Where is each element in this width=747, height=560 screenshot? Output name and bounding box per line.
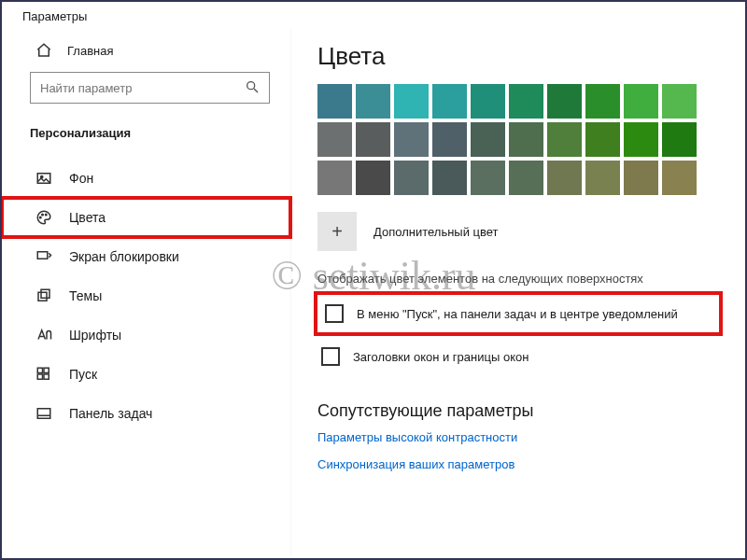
color-swatch[interactable] <box>624 84 658 119</box>
color-swatch[interactable] <box>471 122 505 157</box>
color-swatch[interactable] <box>317 161 352 195</box>
color-swatch[interactable] <box>547 122 582 157</box>
sidebar-item-label: Темы <box>69 288 102 303</box>
checkbox-icon[interactable] <box>325 304 344 323</box>
color-swatch[interactable] <box>317 122 352 157</box>
start-icon <box>35 366 52 383</box>
svg-rect-11 <box>44 368 49 372</box>
link-high-contrast[interactable]: Параметры высокой контрастности <box>317 430 719 444</box>
sidebar-item-label: Пуск <box>69 367 97 382</box>
color-swatch[interactable] <box>394 122 429 157</box>
themes-icon <box>35 287 52 304</box>
color-swatch[interactable] <box>509 84 543 119</box>
color-swatch[interactable] <box>662 84 697 119</box>
lockscreen-icon <box>35 248 52 265</box>
color-swatches <box>317 84 719 195</box>
sidebar-item-label: Цвета <box>69 210 106 225</box>
svg-rect-9 <box>41 289 49 298</box>
svg-point-4 <box>40 217 42 218</box>
color-swatch[interactable] <box>585 84 620 119</box>
color-swatch[interactable] <box>662 122 697 157</box>
color-swatch[interactable] <box>624 161 658 195</box>
color-swatch[interactable] <box>585 161 620 195</box>
checkbox-icon[interactable] <box>321 347 340 366</box>
sidebar-home-label: Главная <box>67 44 113 58</box>
checkbox-start-taskbar[interactable]: В меню "Пуск", на панели задач и в центр… <box>317 295 719 332</box>
svg-rect-8 <box>38 292 47 301</box>
color-swatch[interactable] <box>394 84 429 119</box>
color-swatch[interactable] <box>509 122 543 157</box>
svg-line-1 <box>254 89 258 92</box>
color-swatch[interactable] <box>356 122 390 157</box>
color-swatch[interactable] <box>624 122 658 157</box>
svg-rect-12 <box>37 374 42 379</box>
color-swatch[interactable] <box>471 161 505 195</box>
palette-icon <box>35 209 52 226</box>
sidebar-item-label: Панель задач <box>69 406 152 421</box>
sidebar-item-lockscreen[interactable]: Экран блокировки <box>2 237 290 276</box>
svg-rect-10 <box>37 368 42 372</box>
surfaces-heading: Отображать цвет элементов на следующих п… <box>317 272 719 286</box>
color-swatch[interactable] <box>547 161 582 195</box>
color-swatch[interactable] <box>432 161 467 195</box>
svg-point-6 <box>46 214 48 216</box>
color-swatch[interactable] <box>471 84 505 119</box>
sidebar-item-colors[interactable]: Цвета <box>2 198 290 237</box>
picture-icon <box>35 170 52 187</box>
checkbox-title-bars[interactable]: Заголовки окон и границы окон <box>317 340 719 373</box>
search-icon <box>245 79 260 97</box>
sidebar-item-label: Фон <box>69 171 93 186</box>
sidebar: Главная Персонализация Фон Цве <box>2 29 291 558</box>
custom-color-label: Дополнительный цвет <box>374 225 499 239</box>
related-settings-title: Сопутствующие параметры <box>317 401 719 421</box>
home-icon <box>35 42 52 59</box>
taskbar-icon <box>35 405 52 422</box>
color-swatch[interactable] <box>432 122 467 157</box>
sidebar-item-label: Экран блокировки <box>69 249 179 264</box>
sidebar-category: Персонализация <box>2 109 290 147</box>
link-sync-settings[interactable]: Синхронизация ваших параметров <box>317 457 719 471</box>
custom-color-button[interactable]: + <box>317 212 357 251</box>
sidebar-item-label: Шрифты <box>69 328 121 343</box>
color-swatch[interactable] <box>317 84 352 119</box>
checkbox-label: В меню "Пуск", на панели задач и в центр… <box>357 307 678 321</box>
page-title: Цвета <box>317 42 719 71</box>
plus-icon: + <box>331 221 343 243</box>
sidebar-item-taskbar[interactable]: Панель задач <box>2 394 290 433</box>
color-swatch[interactable] <box>394 161 429 195</box>
sidebar-item-start[interactable]: Пуск <box>2 355 290 394</box>
color-swatch[interactable] <box>509 161 543 195</box>
sidebar-item-themes[interactable]: Темы <box>2 276 290 315</box>
color-swatch[interactable] <box>356 84 390 119</box>
color-swatch[interactable] <box>547 84 582 119</box>
color-swatch[interactable] <box>662 161 697 195</box>
svg-rect-14 <box>37 409 50 419</box>
svg-point-0 <box>247 81 255 89</box>
color-swatch[interactable] <box>432 84 467 119</box>
sidebar-item-background[interactable]: Фон <box>2 159 290 198</box>
search-input-wrap[interactable] <box>30 72 270 104</box>
svg-rect-13 <box>44 374 49 379</box>
search-input[interactable] <box>40 81 245 95</box>
sidebar-home[interactable]: Главная <box>2 33 290 66</box>
color-swatch[interactable] <box>585 122 620 157</box>
window-title: Параметры <box>2 2 745 29</box>
color-swatch[interactable] <box>356 161 390 195</box>
main-content: Цвета + Дополнительный цвет Отображать ц… <box>291 29 745 558</box>
sidebar-item-fonts[interactable]: Шрифты <box>2 315 290 355</box>
svg-rect-7 <box>37 252 48 259</box>
fonts-icon <box>35 327 52 343</box>
svg-point-5 <box>42 214 44 216</box>
checkbox-label: Заголовки окон и границы окон <box>353 350 529 364</box>
